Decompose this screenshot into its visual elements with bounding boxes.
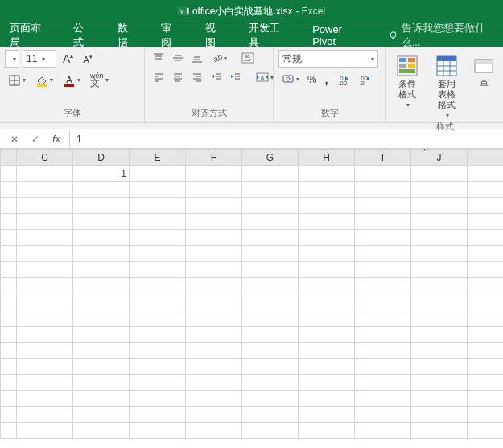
cell[interactable] [73, 327, 130, 343]
cell[interactable] [242, 198, 299, 214]
cell[interactable] [242, 343, 299, 359]
cell[interactable] [355, 423, 411, 439]
cell[interactable] [299, 343, 355, 359]
col-header-e[interactable]: E [130, 150, 186, 166]
cell[interactable] [242, 327, 299, 343]
cell[interactable] [130, 246, 186, 262]
cell[interactable] [242, 423, 299, 439]
cell[interactable] [355, 343, 411, 359]
cell[interactable] [17, 214, 73, 230]
cell[interactable] [186, 343, 242, 359]
tab-data[interactable]: 数据 [116, 23, 139, 47]
cell[interactable] [468, 343, 504, 359]
cell[interactable] [299, 359, 355, 375]
cell[interactable] [468, 375, 504, 391]
cell[interactable] [17, 375, 73, 391]
cell[interactable] [468, 230, 504, 246]
cell[interactable] [299, 230, 355, 246]
col-header-h[interactable]: H [299, 150, 355, 166]
cell[interactable] [1, 423, 17, 439]
cell[interactable] [130, 343, 186, 359]
tell-me-box[interactable]: 告诉我您想要做什么... [388, 21, 503, 50]
cell[interactable] [1, 182, 17, 198]
cell[interactable] [130, 327, 186, 343]
cell[interactable] [411, 310, 468, 327]
cell[interactable] [73, 294, 130, 310]
cell[interactable] [130, 278, 186, 294]
cell[interactable] [130, 423, 186, 439]
cell[interactable] [299, 294, 355, 310]
cell[interactable] [299, 198, 355, 214]
cell[interactable] [186, 198, 242, 214]
cell[interactable] [17, 294, 73, 310]
cell[interactable] [186, 375, 242, 391]
cell[interactable] [242, 182, 299, 198]
cell[interactable] [355, 407, 411, 423]
cell[interactable] [355, 391, 411, 407]
tab-review[interactable]: 审阅 [159, 23, 183, 47]
cell[interactable] [468, 359, 504, 375]
cell[interactable] [1, 214, 17, 230]
cell[interactable] [355, 278, 411, 294]
cell[interactable] [299, 310, 355, 327]
col-header-tail[interactable] [468, 150, 504, 166]
conditional-formatting-button[interactable]: 条件格式 ▾ [391, 53, 424, 110]
cell[interactable] [73, 423, 130, 439]
spreadsheet-grid[interactable]: C D E F G H I J 1 [0, 149, 503, 439]
cell[interactable] [242, 310, 299, 327]
cell[interactable] [1, 246, 17, 262]
decrease-font-button[interactable]: A▾ [80, 52, 95, 66]
accounting-format-button[interactable]: ▾ [278, 71, 303, 88]
cell[interactable] [411, 182, 468, 198]
cell[interactable] [130, 198, 186, 214]
decrease-indent-button[interactable] [208, 69, 225, 85]
cell[interactable] [73, 230, 130, 246]
cell[interactable] [1, 391, 17, 407]
cell[interactable] [468, 327, 504, 343]
fx-button[interactable]: fx [48, 134, 64, 145]
cell[interactable] [411, 423, 468, 439]
cell[interactable] [468, 262, 504, 278]
fill-color-button[interactable]: ▾ [32, 72, 56, 88]
cell[interactable] [186, 359, 242, 375]
increase-decimal-button[interactable]: .0.00 [333, 71, 353, 88]
cell[interactable] [1, 407, 17, 423]
col-header-g[interactable]: G [242, 150, 299, 166]
cell[interactable] [1, 294, 17, 310]
cell-styles-button[interactable]: 单 [469, 53, 498, 91]
cell[interactable] [73, 262, 130, 278]
confirm-edit-button[interactable]: ✓ [27, 134, 43, 145]
cell[interactable] [355, 327, 411, 343]
decrease-decimal-button[interactable]: .00.0 [354, 71, 373, 88]
cell[interactable] [299, 278, 355, 294]
cell[interactable] [242, 230, 299, 246]
cell[interactable] [186, 310, 242, 327]
cell[interactable] [130, 391, 186, 407]
cell[interactable] [186, 214, 242, 230]
col-header-d[interactable]: D [73, 150, 130, 166]
cell[interactable] [411, 327, 468, 343]
cell[interactable] [73, 310, 130, 327]
cell[interactable] [17, 423, 73, 439]
cell[interactable] [411, 230, 468, 246]
cell[interactable] [130, 214, 186, 230]
cell[interactable] [73, 391, 130, 407]
col-header-blank[interactable] [1, 150, 17, 166]
cell[interactable] [355, 375, 411, 391]
cell[interactable] [242, 278, 299, 294]
cell[interactable] [411, 166, 468, 182]
align-center-button[interactable] [169, 69, 187, 85]
cell[interactable] [17, 198, 73, 214]
cell[interactable] [1, 262, 17, 278]
cell[interactable] [186, 166, 242, 182]
cell[interactable] [299, 391, 355, 407]
cell[interactable] [17, 166, 73, 182]
cell[interactable] [130, 262, 186, 278]
cell[interactable] [73, 375, 130, 391]
cancel-edit-button[interactable]: ✕ [6, 134, 23, 145]
cell[interactable] [186, 246, 242, 262]
font-size-combo[interactable]: 11▾ [23, 50, 56, 68]
cell[interactable] [1, 343, 17, 359]
col-header-f[interactable]: F [186, 150, 242, 166]
align-top-button[interactable] [150, 50, 167, 66]
